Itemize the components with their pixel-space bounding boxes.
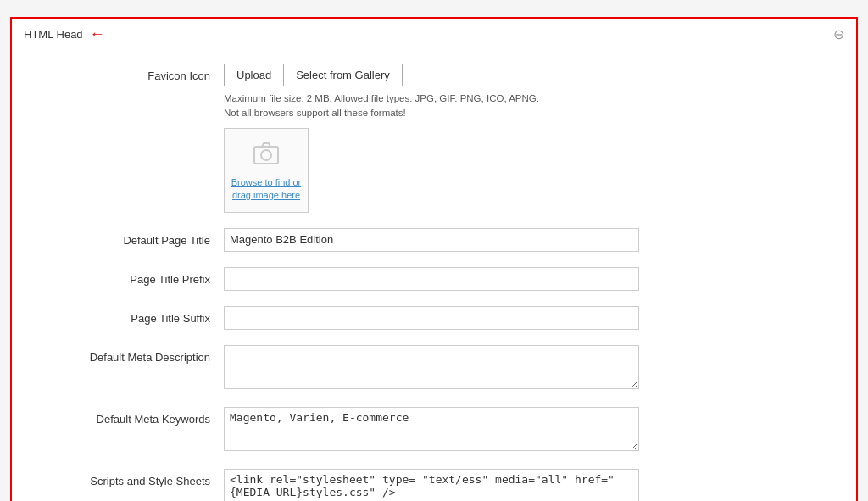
- default-meta-description-label: Default Meta Description: [37, 345, 224, 365]
- default-meta-keywords-textarea[interactable]: Magento, Varien, E-commerce: [224, 407, 639, 451]
- default-meta-description-row: Default Meta Description: [37, 345, 831, 392]
- default-meta-description-textarea[interactable]: [224, 345, 639, 389]
- upload-button[interactable]: Upload: [224, 64, 284, 86]
- default-meta-description-control: [224, 345, 639, 392]
- default-page-title-input[interactable]: [224, 228, 639, 252]
- scripts-row: Scripts and Style Sheets <link rel="styl…: [37, 469, 831, 502]
- page-title-prefix-input[interactable]: [224, 267, 639, 291]
- page-title-prefix-label: Page Title Prefix: [37, 267, 224, 287]
- select-from-gallery-button[interactable]: Select from Gallery: [284, 64, 403, 86]
- page-title-suffix-label: Page Title Suffix: [37, 306, 224, 326]
- file-info-line2: Not all browsers support all these forma…: [224, 108, 406, 118]
- scripts-textarea[interactable]: <link rel="stylesheet" type= "text/ess" …: [224, 469, 639, 502]
- default-page-title-label: Default Page Title: [37, 228, 224, 248]
- panel-header: HTML Head ← ⊖: [12, 19, 856, 50]
- default-page-title-row: Default Page Title: [37, 228, 831, 252]
- collapse-icon[interactable]: ⊖: [833, 28, 844, 42]
- favicon-row: Favicon Icon Upload Select from Gallery …: [37, 64, 831, 213]
- default-meta-keywords-control: Magento, Varien, E-commerce: [224, 407, 639, 454]
- html-head-panel: HTML Head ← ⊖ Favicon Icon Upload Select…: [10, 17, 858, 501]
- image-drop-area[interactable]: Browse to find or drag image here: [224, 128, 309, 213]
- back-arrow-icon[interactable]: ←: [90, 25, 105, 43]
- default-meta-keywords-label: Default Meta Keywords: [37, 407, 224, 427]
- camera-icon: [251, 138, 281, 173]
- panel-title: HTML Head ←: [24, 25, 105, 43]
- favicon-control: Upload Select from Gallery Maximum file …: [224, 64, 639, 213]
- page-title-suffix-row: Page Title Suffix: [37, 306, 831, 330]
- drop-area-text[interactable]: Browse to find or drag image here: [225, 176, 308, 203]
- scripts-label: Scripts and Style Sheets: [37, 469, 224, 489]
- default-page-title-control: [224, 228, 639, 252]
- file-info: Maximum file size: 2 MB. Allowed file ty…: [224, 92, 639, 121]
- scripts-control: <link rel="stylesheet" type= "text/ess" …: [224, 469, 639, 502]
- form-body: Favicon Icon Upload Select from Gallery …: [12, 50, 856, 501]
- favicon-buttons: Upload Select from Gallery: [224, 64, 639, 86]
- page-title-suffix-input[interactable]: [224, 306, 639, 330]
- page-title-prefix-row: Page Title Prefix: [37, 267, 831, 291]
- page-title-prefix-control: [224, 267, 639, 291]
- svg-point-1: [261, 150, 271, 160]
- panel-title-text: HTML Head: [24, 28, 83, 41]
- favicon-label: Favicon Icon: [37, 64, 224, 84]
- default-meta-keywords-row: Default Meta Keywords Magento, Varien, E…: [37, 407, 831, 454]
- file-info-line1: Maximum file size: 2 MB. Allowed file ty…: [224, 93, 539, 103]
- page-title-suffix-control: [224, 306, 639, 330]
